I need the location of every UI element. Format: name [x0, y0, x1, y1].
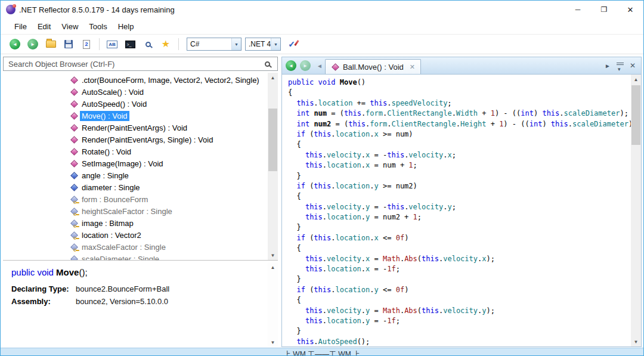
scroll-tabs-right-icon[interactable]: ► [605, 63, 611, 69]
tree-item[interactable]: heightScaleFactor : Single [3, 205, 268, 217]
tree-item[interactable]: image : Bitmap [3, 217, 268, 229]
tree-item[interactable]: SetImage(Image) : Void [3, 157, 268, 169]
key-icon [76, 214, 79, 215]
details-scrollbar[interactable]: ▲ ▼ [268, 262, 278, 347]
ab-icon: AB [107, 41, 117, 48]
key-icon [76, 226, 79, 227]
scroll-tabs-left-icon[interactable]: ◄ [317, 63, 323, 69]
method-icon [70, 112, 78, 120]
disassembler-button[interactable]: AB [105, 37, 119, 51]
window-controls: ─ ❐ ✕ [565, 1, 643, 18]
menu-tools[interactable]: Tools [83, 20, 112, 33]
edit-check-button[interactable]: ✓ [284, 37, 299, 51]
history-forward-icon[interactable]: ► [300, 60, 311, 71]
tab-nav: ◄ ► [286, 60, 311, 71]
tree-item-label: form : BounceForm [80, 194, 150, 205]
tree-item[interactable]: form : BounceForm [3, 193, 268, 205]
scrollbar-thumb[interactable] [268, 109, 277, 171]
main-area: .ctor(BounceForm, Image, Vector2, Vector… [1, 55, 643, 347]
code-pane: ◄ ► ◄ Ball.Move() : Void ✕ ► ✕ public vo… [281, 57, 642, 347]
member-tree-container: .ctor(BounceForm, Image, Vector2, Vector… [3, 73, 278, 261]
tree-item[interactable]: Render(PaintEventArgs) : Void [3, 122, 268, 134]
tree-item[interactable]: AutoSpeed() : Void [3, 98, 268, 110]
star-icon: ★ [162, 39, 170, 49]
tree-item[interactable]: AutoScale() : Void [3, 86, 268, 98]
back-button[interactable]: ◄ [8, 37, 22, 51]
tree-item[interactable]: .ctor(BounceForm, Image, Vector2, Vector… [3, 74, 268, 86]
method-icon [331, 63, 339, 71]
method-icon [70, 88, 78, 96]
open-button[interactable] [44, 37, 58, 51]
code-scrollbar[interactable]: ▲ ▼ [631, 75, 641, 346]
maximize-button[interactable]: ❐ [591, 1, 617, 18]
menu-help[interactable]: Help [113, 20, 140, 33]
scroll-up-icon[interactable]: ▲ [268, 73, 278, 82]
menu-edit[interactable]: Edit [32, 20, 56, 33]
scroll-up-icon[interactable]: ▲ [268, 262, 278, 272]
console-button[interactable]: >_ [123, 37, 137, 51]
scrollbar-thumb[interactable] [631, 85, 640, 145]
tree-scrollbar[interactable]: ▲ ▼ [268, 73, 278, 260]
detail-label: Declaring Type: [11, 284, 76, 293]
favorites-button[interactable]: ★ [159, 37, 173, 51]
tree-item[interactable]: Rotate() : Void [3, 146, 268, 157]
tree-item[interactable]: Render(PaintEventArgs, Single) : Void [3, 134, 268, 146]
toolbar-separator [99, 38, 100, 50]
key-icon [76, 250, 79, 251]
menu-file[interactable]: File [9, 20, 32, 33]
scroll-up-icon[interactable]: ▲ [631, 75, 641, 84]
tree-item[interactable]: location : Vector2 [3, 229, 268, 241]
forward-button[interactable]: ► [26, 37, 40, 51]
code-line: this.velocity.x = -this.velocity.x; [288, 150, 630, 160]
assembly-list-button[interactable]: 2 [79, 37, 94, 51]
code-line: this.velocity.y = Math.Abs(this.velocity… [288, 306, 630, 316]
code-line: } [288, 222, 630, 233]
tab-strip: ◄ ► ◄ Ball.Move() : Void ✕ ► ✕ [281, 57, 642, 74]
private-field-icon [70, 231, 78, 239]
history-back-icon[interactable]: ◄ [286, 60, 296, 71]
code-line: if (this.location.x <= 0f) [288, 233, 630, 243]
search-button[interactable] [141, 37, 155, 51]
tree-item-label: Move() : Void [80, 111, 129, 121]
scroll-down-icon[interactable]: ▼ [268, 250, 278, 260]
tab-list-icon[interactable] [617, 63, 624, 69]
detail-value: bounce2.BounceForm+Ball [76, 284, 169, 293]
detail-row: Assembly:bounce2, Version=5.10.0.0 [11, 297, 270, 306]
tree-item[interactable]: diameter : Single [3, 181, 268, 193]
status-text: 上 WM 工——工 WM 上 [284, 350, 360, 355]
reflector-window: .NET Reflector 8.5.0.179 - 14 days remai… [0, 0, 644, 356]
console-icon: >_ [125, 41, 135, 48]
status-bar: 上 WM 工——工 WM 上 [1, 348, 643, 355]
toolbar-separator [178, 38, 179, 50]
menu-view[interactable]: View [56, 20, 83, 33]
private-field-icon [70, 207, 78, 215]
language-combo-value: C# [187, 40, 231, 48]
scroll-down-icon[interactable]: ▼ [631, 337, 641, 346]
framework-combo[interactable]: .NET 4.5 ▼ [245, 38, 281, 51]
tree-item[interactable]: angle : Single [3, 169, 268, 181]
tab-ball-move[interactable]: Ball.Move() : Void ✕ [325, 59, 421, 74]
minimize-button[interactable]: ─ [565, 1, 591, 18]
tree-item-label: Render(PaintEventArgs) : Void [80, 123, 189, 133]
language-combo[interactable]: C# ▼ [187, 38, 242, 51]
window-title: .NET Reflector 8.5.0.179 - 14 days remai… [19, 5, 175, 14]
tree-item[interactable]: scaleDiameter : Single [3, 253, 268, 261]
search-input[interactable] [4, 60, 265, 69]
tree-item[interactable]: maxScaleFactor : Single [3, 241, 268, 253]
code-line: { [288, 88, 630, 98]
close-tab-button[interactable]: ✕ [630, 61, 636, 70]
detail-row: Declaring Type:bounce2.BounceForm+Ball [11, 284, 270, 293]
tree-item-label: location : Vector2 [80, 230, 143, 240]
save-icon [64, 40, 73, 48]
scroll-down-icon[interactable]: ▼ [268, 338, 278, 347]
code-line: { [288, 140, 630, 150]
tab-strip-controls: ► ✕ [605, 61, 641, 70]
code-line: int num2 = (this.form.ClientRectangle.He… [288, 119, 630, 129]
tree-item[interactable]: Move() : Void [3, 110, 268, 122]
save-button[interactable] [61, 37, 76, 51]
code-line: int num = (this.form.ClientRectangle.Wid… [288, 109, 630, 119]
tab-close-icon[interactable]: ✕ [410, 63, 415, 71]
close-button[interactable]: ✕ [617, 1, 643, 18]
member-details-panel: public void Move(); Declaring Type:bounc… [3, 262, 278, 347]
tree-item-label: .ctor(BounceForm, Image, Vector2, Vector… [80, 75, 261, 85]
